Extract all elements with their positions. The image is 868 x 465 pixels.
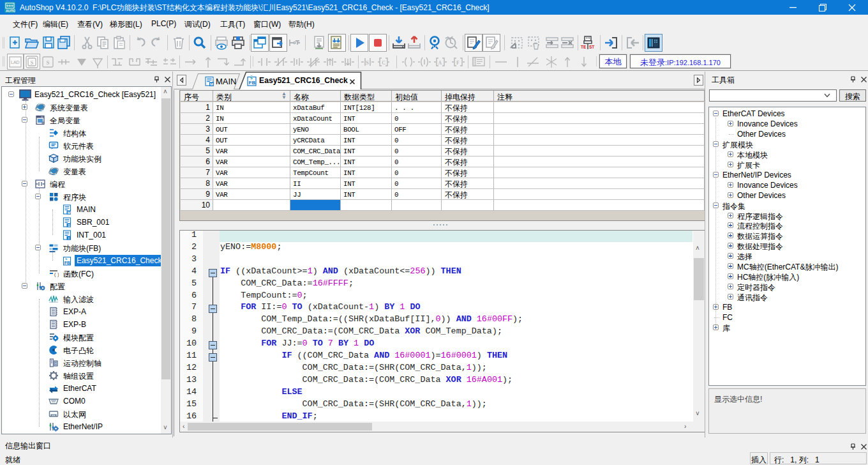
svg-text:F: F	[456, 60, 460, 66]
svg-text:M: M	[68, 211, 71, 215]
svg-text:LAD: LAD	[11, 60, 20, 65]
svg-text:S: S	[68, 224, 70, 227]
svg-text:S: S	[31, 59, 34, 66]
svg-text:FB: FB	[64, 261, 70, 265]
svg-text:(): ()	[54, 271, 59, 277]
svg-text:M: M	[210, 82, 213, 86]
svg-text:FB: FB	[249, 80, 256, 86]
svg-text:TE: TE	[581, 45, 587, 49]
svg-text:ST: ST	[589, 45, 594, 49]
svg-text:A: A	[438, 60, 442, 66]
svg-text:S: S	[366, 59, 369, 66]
svg-text:C: C	[382, 60, 385, 66]
svg-text:s̈: s̈	[250, 75, 253, 80]
svg-text:AUTO: AUTO	[6, 9, 15, 13]
svg-text:S: S	[47, 59, 50, 66]
